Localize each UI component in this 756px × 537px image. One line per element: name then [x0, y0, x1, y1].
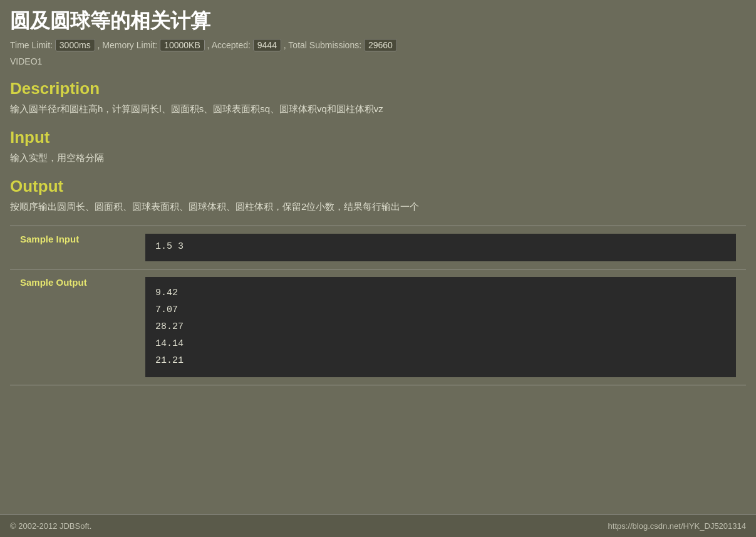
output-line: 9.42	[155, 284, 726, 301]
footer-link[interactable]: https://blog.csdn.net/HYK_DJ5201314	[608, 521, 746, 531]
sample-table: Sample Input 1.5 3 Sample Output 9.427.0…	[10, 226, 746, 385]
accepted-value: 9444	[253, 39, 281, 51]
output-line: 21.21	[155, 352, 726, 369]
page-title: 圆及圆球等的相关计算	[10, 8, 746, 35]
time-limit-value: 3000ms	[55, 39, 95, 51]
output-text: 按顺序输出圆周长、圆面积、圆球表面积、圆球体积、圆柱体积，保留2位小数，结果每行…	[10, 201, 746, 213]
memory-limit-label: Memory Limit:	[102, 40, 157, 50]
sample-input-label: Sample Input	[10, 226, 135, 269]
memory-limit-value: 10000KB	[160, 39, 205, 51]
footer: © 2002-2012 JDBSoft. https://blog.csdn.n…	[0, 514, 756, 537]
sample-output-box: 9.427.0728.2714.1421.21	[145, 277, 736, 377]
total-submissions-label: Total Submissions:	[288, 40, 361, 50]
video-label: VIDEO1	[10, 56, 746, 66]
total-submissions-value: 29660	[364, 39, 397, 51]
description-heading: Description	[10, 79, 746, 98]
time-limit-label: Time Limit:	[10, 40, 53, 50]
accepted-label: Accepted:	[212, 40, 251, 50]
sample-input-cell: 1.5 3	[135, 226, 746, 269]
sample-output-cell: 9.427.0728.2714.1421.21	[135, 269, 746, 385]
output-line: 28.27	[155, 318, 726, 335]
sample-output-label: Sample Output	[10, 269, 135, 385]
sample-input-row: Sample Input 1.5 3	[10, 226, 746, 269]
main-content: 圆及圆球等的相关计算 Time Limit: 3000ms , Memory L…	[0, 0, 756, 385]
description-text: 输入圆半径r和圆柱高h，计算圆周长l、圆面积s、圆球表面积sq、圆球体积vq和圆…	[10, 103, 746, 115]
output-line: 14.14	[155, 335, 726, 352]
output-line: 7.07	[155, 301, 726, 318]
sample-input-box: 1.5 3	[145, 234, 736, 261]
input-heading: Input	[10, 128, 746, 147]
sample-output-row: Sample Output 9.427.0728.2714.1421.21	[10, 269, 746, 385]
meta-line: Time Limit: 3000ms , Memory Limit: 10000…	[10, 40, 746, 50]
output-heading: Output	[10, 177, 746, 196]
footer-copyright: © 2002-2012 JDBSoft.	[10, 521, 91, 531]
input-text: 输入实型，用空格分隔	[10, 152, 746, 164]
